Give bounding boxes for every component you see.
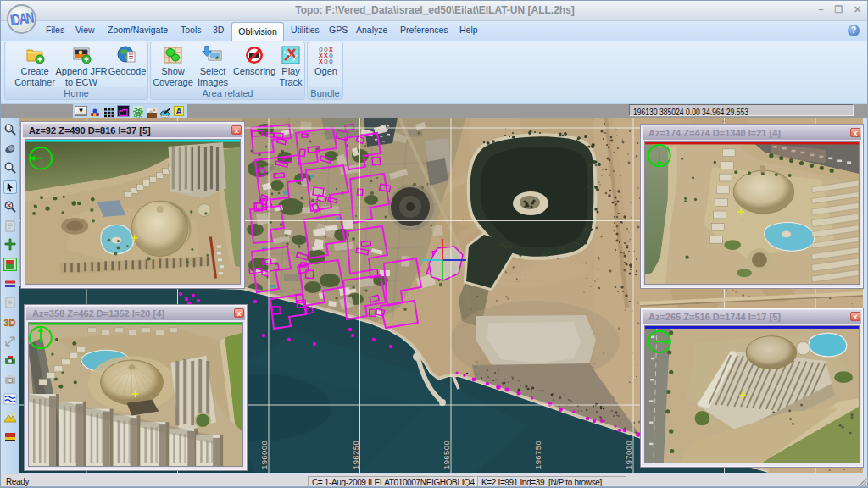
svg-text:196250: 196250 [351, 441, 360, 469]
svg-text:X: X [319, 58, 323, 65]
svg-text:196000: 196000 [259, 441, 269, 469]
svg-text:197000: 197000 [624, 441, 633, 469]
svg-text:3D: 3D [4, 318, 16, 328]
svg-text:O: O [329, 58, 333, 65]
svg-text:196500: 196500 [442, 441, 451, 469]
svg-text:O: O [324, 58, 328, 65]
svg-text:196750: 196750 [533, 441, 542, 469]
